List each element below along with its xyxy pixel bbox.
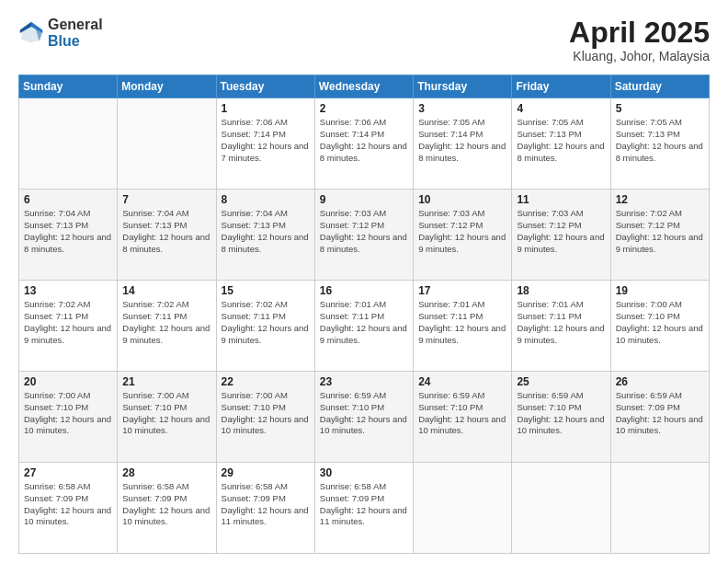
calendar-cell-2-3: 16Sunrise: 7:01 AM Sunset: 7:11 PM Dayli… [314, 281, 413, 372]
calendar-cell-2-0: 13Sunrise: 7:02 AM Sunset: 7:11 PM Dayli… [19, 281, 118, 372]
day-number: 4 [517, 102, 605, 115]
day-number: 11 [517, 193, 605, 206]
cell-info: Sunrise: 7:03 AM Sunset: 7:12 PM Dayligh… [418, 208, 506, 255]
day-number: 12 [616, 193, 704, 206]
month-title: April 2025 [569, 17, 710, 49]
logo-general-text: General [48, 17, 103, 33]
day-number: 27 [24, 466, 112, 479]
week-row-4: 20Sunrise: 7:00 AM Sunset: 7:10 PM Dayli… [19, 372, 710, 463]
day-number: 10 [418, 193, 506, 206]
cell-info: Sunrise: 7:01 AM Sunset: 7:11 PM Dayligh… [418, 299, 506, 346]
day-number: 25 [517, 375, 605, 388]
calendar-cell-3-2: 22Sunrise: 7:00 AM Sunset: 7:10 PM Dayli… [216, 372, 314, 463]
calendar-cell-2-5: 18Sunrise: 7:01 AM Sunset: 7:11 PM Dayli… [512, 281, 610, 372]
calendar-cell-0-6: 5Sunrise: 7:05 AM Sunset: 7:13 PM Daylig… [610, 98, 709, 190]
day-number: 20 [24, 375, 112, 388]
location: Kluang, Johor, Malaysia [569, 49, 710, 63]
calendar-cell-4-3: 30Sunrise: 6:58 AM Sunset: 7:09 PM Dayli… [314, 463, 413, 554]
day-number: 18 [517, 284, 605, 297]
day-number: 1 [222, 102, 310, 115]
logo-text: General Blue [48, 17, 103, 49]
header-wednesday: Wednesday [314, 75, 413, 98]
cell-info: Sunrise: 7:06 AM Sunset: 7:14 PM Dayligh… [320, 117, 408, 164]
calendar-cell-2-1: 14Sunrise: 7:02 AM Sunset: 7:11 PM Dayli… [118, 281, 216, 372]
header-tuesday: Tuesday [216, 75, 314, 98]
header-thursday: Thursday [414, 75, 512, 98]
cell-info: Sunrise: 7:05 AM Sunset: 7:13 PM Dayligh… [616, 117, 704, 164]
cell-info: Sunrise: 6:59 AM Sunset: 7:10 PM Dayligh… [418, 390, 506, 437]
cell-info: Sunrise: 7:04 AM Sunset: 7:13 PM Dayligh… [24, 208, 112, 255]
calendar-cell-3-0: 20Sunrise: 7:00 AM Sunset: 7:10 PM Dayli… [19, 372, 118, 463]
calendar-cell-3-5: 25Sunrise: 6:59 AM Sunset: 7:10 PM Dayli… [512, 372, 610, 463]
cell-info: Sunrise: 7:03 AM Sunset: 7:12 PM Dayligh… [517, 208, 605, 255]
day-number: 8 [222, 193, 310, 206]
cell-info: Sunrise: 7:06 AM Sunset: 7:14 PM Dayligh… [222, 117, 310, 164]
day-number: 3 [418, 102, 506, 115]
logo: General Blue [18, 17, 103, 49]
title-block: April 2025 Kluang, Johor, Malaysia [569, 17, 710, 63]
cell-info: Sunrise: 6:58 AM Sunset: 7:09 PM Dayligh… [320, 481, 408, 528]
cell-info: Sunrise: 7:02 AM Sunset: 7:12 PM Dayligh… [616, 208, 704, 255]
calendar-cell-1-3: 9Sunrise: 7:03 AM Sunset: 7:12 PM Daylig… [314, 190, 413, 281]
calendar-cell-3-3: 23Sunrise: 6:59 AM Sunset: 7:10 PM Dayli… [314, 372, 413, 463]
calendar-cell-3-6: 26Sunrise: 6:59 AM Sunset: 7:09 PM Dayli… [610, 372, 709, 463]
calendar-cell-1-2: 8Sunrise: 7:04 AM Sunset: 7:13 PM Daylig… [216, 190, 314, 281]
cell-info: Sunrise: 7:03 AM Sunset: 7:12 PM Dayligh… [320, 208, 408, 255]
cell-info: Sunrise: 7:04 AM Sunset: 7:13 PM Dayligh… [122, 208, 210, 255]
cell-info: Sunrise: 6:59 AM Sunset: 7:09 PM Dayligh… [616, 390, 704, 437]
day-number: 23 [320, 375, 408, 388]
calendar-cell-3-4: 24Sunrise: 6:59 AM Sunset: 7:10 PM Dayli… [414, 372, 512, 463]
calendar-cell-3-1: 21Sunrise: 7:00 AM Sunset: 7:10 PM Dayli… [118, 372, 216, 463]
cell-info: Sunrise: 7:00 AM Sunset: 7:10 PM Dayligh… [24, 390, 112, 437]
calendar-cell-0-3: 2Sunrise: 7:06 AM Sunset: 7:14 PM Daylig… [314, 98, 413, 190]
day-number: 14 [122, 284, 210, 297]
cell-info: Sunrise: 6:59 AM Sunset: 7:10 PM Dayligh… [320, 390, 408, 437]
cell-info: Sunrise: 7:05 AM Sunset: 7:14 PM Dayligh… [418, 117, 506, 164]
cell-info: Sunrise: 7:01 AM Sunset: 7:11 PM Dayligh… [320, 299, 408, 346]
week-row-5: 27Sunrise: 6:58 AM Sunset: 7:09 PM Dayli… [19, 463, 710, 554]
day-number: 2 [320, 102, 408, 115]
day-number: 30 [320, 466, 408, 479]
cell-info: Sunrise: 6:58 AM Sunset: 7:09 PM Dayligh… [24, 481, 112, 528]
cell-info: Sunrise: 7:02 AM Sunset: 7:11 PM Dayligh… [122, 299, 210, 346]
cell-info: Sunrise: 7:02 AM Sunset: 7:11 PM Dayligh… [222, 299, 310, 346]
day-number: 5 [616, 102, 704, 115]
cell-info: Sunrise: 7:00 AM Sunset: 7:10 PM Dayligh… [222, 390, 310, 437]
calendar-cell-0-2: 1Sunrise: 7:06 AM Sunset: 7:14 PM Daylig… [216, 98, 314, 190]
calendar-cell-4-5 [512, 463, 610, 554]
day-number: 13 [24, 284, 112, 297]
calendar-cell-4-6 [610, 463, 709, 554]
cell-info: Sunrise: 7:04 AM Sunset: 7:13 PM Dayligh… [222, 208, 310, 255]
day-number: 28 [122, 466, 210, 479]
week-row-3: 13Sunrise: 7:02 AM Sunset: 7:11 PM Dayli… [19, 281, 710, 372]
header-monday: Monday [118, 75, 216, 98]
cell-info: Sunrise: 6:58 AM Sunset: 7:09 PM Dayligh… [122, 481, 210, 528]
calendar-table: Sunday Monday Tuesday Wednesday Thursday… [18, 75, 710, 554]
calendar-cell-0-1 [118, 98, 216, 190]
week-row-1: 1Sunrise: 7:06 AM Sunset: 7:14 PM Daylig… [19, 98, 710, 190]
cell-info: Sunrise: 7:05 AM Sunset: 7:13 PM Dayligh… [517, 117, 605, 164]
calendar-cell-1-5: 11Sunrise: 7:03 AM Sunset: 7:12 PM Dayli… [512, 190, 610, 281]
calendar-cell-0-5: 4Sunrise: 7:05 AM Sunset: 7:13 PM Daylig… [512, 98, 610, 190]
header-saturday: Saturday [610, 75, 709, 98]
header-friday: Friday [512, 75, 610, 98]
cell-info: Sunrise: 6:58 AM Sunset: 7:09 PM Dayligh… [222, 481, 310, 528]
cell-info: Sunrise: 7:01 AM Sunset: 7:11 PM Dayligh… [517, 299, 605, 346]
day-number: 26 [616, 375, 704, 388]
cell-info: Sunrise: 7:00 AM Sunset: 7:10 PM Dayligh… [616, 299, 704, 346]
calendar-cell-1-6: 12Sunrise: 7:02 AM Sunset: 7:12 PM Dayli… [610, 190, 709, 281]
day-number: 17 [418, 284, 506, 297]
calendar-cell-1-4: 10Sunrise: 7:03 AM Sunset: 7:12 PM Dayli… [414, 190, 512, 281]
day-number: 21 [122, 375, 210, 388]
calendar-cell-4-0: 27Sunrise: 6:58 AM Sunset: 7:09 PM Dayli… [19, 463, 118, 554]
day-number: 9 [320, 193, 408, 206]
logo-icon [18, 20, 44, 46]
day-number: 16 [320, 284, 408, 297]
cell-info: Sunrise: 7:00 AM Sunset: 7:10 PM Dayligh… [122, 390, 210, 437]
cell-info: Sunrise: 6:59 AM Sunset: 7:10 PM Dayligh… [517, 390, 605, 437]
calendar-cell-2-2: 15Sunrise: 7:02 AM Sunset: 7:11 PM Dayli… [216, 281, 314, 372]
day-number: 7 [122, 193, 210, 206]
logo-blue-text: Blue [48, 33, 103, 50]
cell-info: Sunrise: 7:02 AM Sunset: 7:11 PM Dayligh… [24, 299, 112, 346]
calendar-cell-4-4 [414, 463, 512, 554]
